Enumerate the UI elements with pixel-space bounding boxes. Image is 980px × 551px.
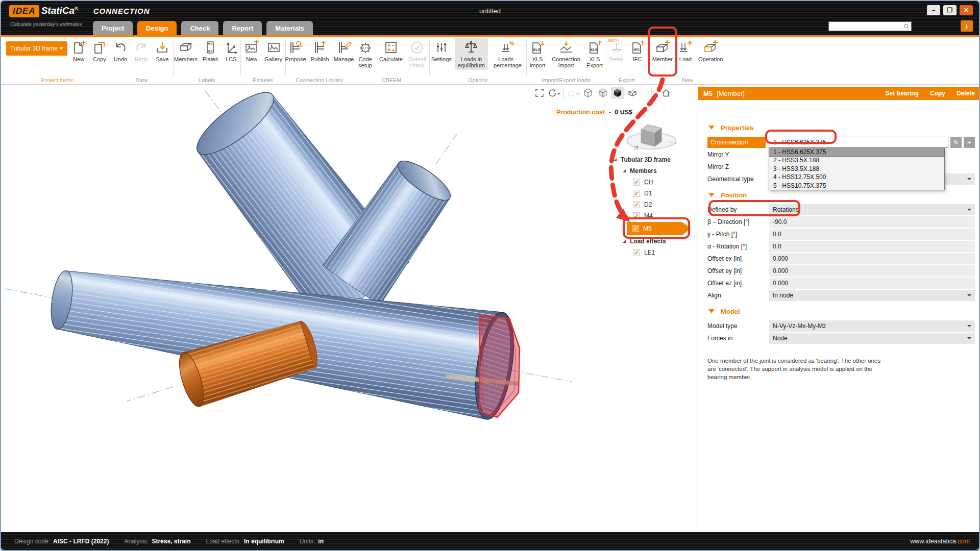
- new-member-button[interactable]: Member: [651, 38, 674, 63]
- offset-ez-input[interactable]: 0.000: [769, 278, 975, 289]
- beta-direction-input[interactable]: -90.0: [769, 216, 975, 228]
- close-button[interactable]: ✕: [960, 5, 973, 15]
- tab-design[interactable]: Design: [137, 21, 177, 35]
- tree-item-le1[interactable]: ✓ LE1: [614, 247, 695, 258]
- checkbox-checked-icon[interactable]: ✓: [633, 212, 640, 219]
- loads-percentage-button[interactable]: % Loads - percentage: [489, 38, 526, 70]
- gallery-button[interactable]: Gallery: [263, 38, 284, 63]
- 3d-viewport[interactable]: Production cost - 0 US$ Tubular 3D frame: [1, 85, 696, 532]
- add-cross-section-button[interactable]: +: [964, 137, 975, 148]
- delete-member-button[interactable]: Delete: [957, 90, 975, 97]
- defined-by-dropdown[interactable]: Rotations: [769, 204, 975, 215]
- group-cbfem: </> Code setup Calculate Overall check C…: [354, 37, 429, 84]
- maximize-button[interactable]: ❐: [943, 5, 957, 15]
- tree-item-d2[interactable]: ✓ D2: [614, 199, 695, 210]
- solid-view-button[interactable]: [611, 87, 624, 99]
- view-cube[interactable]: [623, 114, 680, 157]
- tree-item-ch[interactable]: ✓ CH: [614, 177, 695, 188]
- project-item-combo[interactable]: Tubular 3D frame: [6, 41, 67, 56]
- expander-icon[interactable]: [614, 158, 617, 161]
- row-value: Rotations: [773, 206, 799, 213]
- section-model[interactable]: Model: [707, 304, 975, 318]
- align-dropdown[interactable]: In node: [769, 290, 975, 301]
- 3d-scene[interactable]: [1, 85, 696, 532]
- section-collapse-icon[interactable]: [708, 193, 715, 197]
- publish-button[interactable]: Publish: [309, 38, 331, 63]
- checkbox-checked-icon[interactable]: ✓: [633, 201, 640, 208]
- section-collapse-icon[interactable]: [708, 126, 715, 130]
- loads-in-equilibrium-button[interactable]: Loads in equilibrium: [455, 38, 488, 70]
- new-load-button[interactable]: Load: [676, 38, 695, 63]
- tab-project[interactable]: Project: [93, 21, 133, 35]
- connection-import-button[interactable]: Connection Import: [550, 38, 582, 70]
- section-properties[interactable]: Properties: [707, 120, 975, 135]
- tree-item-m5-selected[interactable]: ✓ M5: [614, 221, 695, 236]
- home-view-button[interactable]: [659, 87, 673, 99]
- dropdown-option-1[interactable]: 1 - HSS6.625X.375: [769, 148, 944, 156]
- group-data: Undo Redo Save Data: [110, 37, 173, 84]
- checkbox-checked-icon[interactable]: ✓: [633, 249, 640, 256]
- offset-ey-input[interactable]: 0.000: [769, 265, 975, 277]
- undo-button[interactable]: Undo: [111, 38, 130, 63]
- section-collapse-icon[interactable]: [708, 309, 715, 313]
- cross-section-dropdown[interactable]: 1 - HSS6.625X.375: [769, 137, 948, 148]
- copy-project-item-button[interactable]: Copy: [90, 38, 109, 63]
- dropdown-option-4[interactable]: 4 - HSS12.75X.500: [769, 173, 944, 181]
- checkbox-checked-icon[interactable]: ✓: [632, 225, 639, 232]
- propose-button[interactable]: Propose: [284, 38, 308, 63]
- alpha-rotation-input[interactable]: 0.0: [769, 241, 975, 252]
- selected-item-banner[interactable]: ✓ M5: [627, 222, 691, 235]
- tree-group-load-effects[interactable]: Load effects: [614, 236, 695, 247]
- plates-labels-button[interactable]: Plates: [201, 38, 220, 63]
- lcs-labels-button[interactable]: LCS: [222, 38, 241, 63]
- chevron-down-icon: [967, 294, 971, 298]
- new-project-item-button[interactable]: New: [69, 38, 88, 63]
- minimize-button[interactable]: –: [927, 5, 940, 15]
- svg-text:%: %: [509, 40, 514, 46]
- settings-button[interactable]: Settings: [430, 38, 453, 70]
- expander-icon[interactable]: [623, 240, 626, 243]
- info-button[interactable]: i: [961, 20, 973, 32]
- manage-button[interactable]: Manage: [332, 38, 356, 63]
- member-m5-section-highlight[interactable]: [480, 315, 520, 417]
- search-input[interactable]: [829, 22, 903, 30]
- fit-view-button[interactable]: [533, 87, 546, 99]
- save-button[interactable]: Save: [153, 38, 172, 63]
- xls-export-button[interactable]: XLS XLS Export: [584, 38, 605, 70]
- tab-check[interactable]: Check: [181, 21, 218, 35]
- xls-import-button[interactable]: XLS XLS Import: [527, 38, 548, 70]
- checkbox-checked-icon[interactable]: ✓: [633, 179, 640, 186]
- members-labels-button[interactable]: Members: [173, 38, 199, 63]
- tab-report[interactable]: Report: [223, 21, 262, 35]
- rotate-view-button[interactable]: [548, 87, 561, 99]
- new-operation-button[interactable]: Operation: [697, 38, 724, 63]
- tree-group-members[interactable]: Members: [614, 165, 695, 177]
- calculate-button[interactable]: Calculate: [378, 38, 404, 70]
- new-picture-button[interactable]: New: [242, 38, 261, 63]
- edit-cross-section-button[interactable]: ✎: [950, 137, 962, 148]
- search-box: [828, 21, 912, 31]
- gamma-pitch-input[interactable]: 0.0: [769, 229, 975, 240]
- ifc-button[interactable]: IFC IFC: [628, 38, 647, 63]
- dropdown-option-3[interactable]: 3 - HSS3.5X.188: [769, 165, 944, 173]
- transparent-view-button[interactable]: [596, 87, 609, 99]
- set-bearing-button[interactable]: Set bearing: [886, 90, 919, 97]
- tree-item-d1[interactable]: ✓ D1: [614, 188, 695, 199]
- dropdown-option-5[interactable]: 5 - HSS10.75X.375: [769, 182, 944, 190]
- sliced-view-button[interactable]: [626, 87, 639, 99]
- copy-member-button[interactable]: Copy: [930, 90, 945, 97]
- expander-icon[interactable]: [623, 169, 626, 172]
- tree-root[interactable]: Tubular 3D frame: [614, 154, 695, 165]
- forces-in-dropdown[interactable]: Node: [769, 333, 975, 344]
- wireframe-view-button[interactable]: [581, 87, 595, 99]
- tree-item-m4[interactable]: ✓ M4: [614, 210, 695, 221]
- group-label: Options: [430, 77, 526, 83]
- offset-ex-input[interactable]: 0.000: [769, 253, 975, 264]
- model-type-dropdown[interactable]: N-Vy-Vz-Mx-My-Mz: [769, 320, 975, 332]
- tab-materials[interactable]: Materials: [266, 21, 312, 35]
- code-setup-button[interactable]: </> Code setup: [354, 38, 376, 70]
- website-link[interactable]: www.ideastatica.com: [910, 538, 970, 545]
- checkbox-checked-icon[interactable]: ✓: [633, 190, 640, 197]
- group-label: Pictures: [241, 77, 285, 83]
- dropdown-option-2[interactable]: 2 - HSS3.5X.188: [769, 156, 944, 164]
